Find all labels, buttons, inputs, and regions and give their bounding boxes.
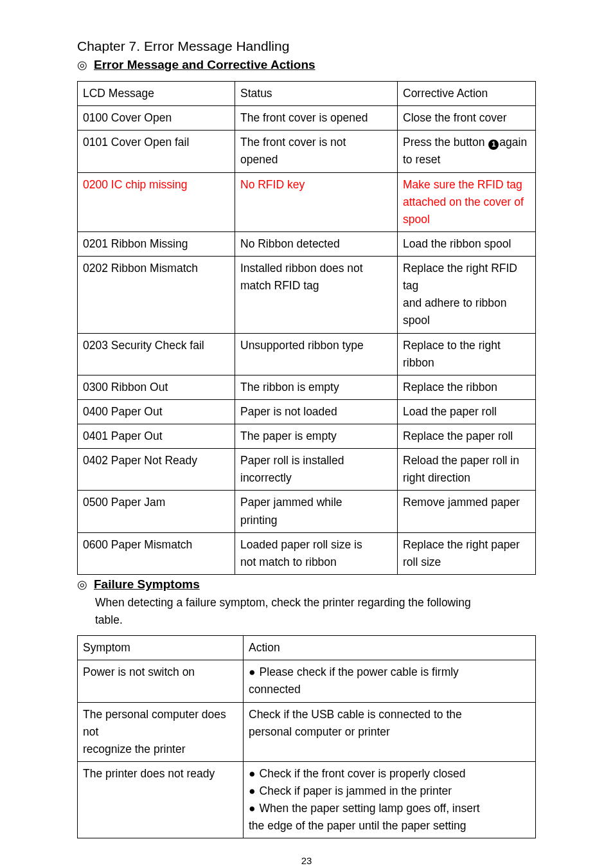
table-row: Symptom Action [78,636,536,660]
table-row: 0200 IC chip missing No RFID key Make su… [78,172,536,231]
table-row: 0401 Paper Out The paper is empty Replac… [78,424,536,449]
header-cell: Action [244,636,536,660]
table-row: 0203 Security Check fail Unsupported rib… [78,333,536,375]
table-row: Power is not switch on ● Please check if… [78,660,536,702]
page-number: 23 [77,855,536,866]
table-row: 0402 Paper Not Ready Paper roll is insta… [78,449,536,491]
table-row: 0400 Paper Out Paper is not loaded Load … [78,399,536,424]
bullet-icon: ● [249,765,256,782]
header-cell: Corrective Action [398,82,536,106]
table-row: The personal computer does notrecognize … [78,702,536,761]
table-row: 0100 Cover Open The front cover is opene… [78,106,536,131]
table-row: 0300 Ribbon Out The ribbon is empty Repl… [78,375,536,399]
table-row: LCD Message Status Corrective Action [78,82,536,106]
table-row: The printer does not ready ● Check if th… [78,761,536,838]
button-1-icon: 1 [488,140,499,150]
double-circle-icon: ◎ [77,59,87,71]
header-cell: Status [235,82,398,106]
header-cell: Symptom [78,636,244,660]
table-row: 0101 Cover Open fail The front cover is … [78,131,536,172]
header-cell: LCD Message [78,82,235,106]
table-row: 0202 Ribbon Mismatch Installed ribbon do… [78,257,536,334]
section-header-2: ◎ Failure Symptoms [77,577,536,592]
bullet-icon: ● [249,800,256,817]
table-row: 0600 Paper Mismatch Loaded paper roll si… [78,532,536,574]
error-table: LCD Message Status Corrective Action 010… [77,81,536,575]
section-paragraph: When detecting a failure symptom, check … [95,594,536,629]
section-header-1: ◎ Error Message and Corrective Actions [77,58,536,72]
symptom-table: Symptom Action Power is not switch on ● … [77,635,536,838]
table-row: 0201 Ribbon Missing No Ribbon detected L… [78,231,536,256]
table-row: 0500 Paper Jam Paper jammed whileprintin… [78,491,536,532]
double-circle-icon: ◎ [77,579,87,590]
chapter-title: Chapter 7. Error Message Handling [77,39,536,54]
bullet-icon: ● [249,664,256,681]
section-title-2: Failure Symptoms [94,577,200,592]
bullet-icon: ● [249,782,256,800]
section-title-1: Error Message and Corrective Actions [94,58,315,72]
